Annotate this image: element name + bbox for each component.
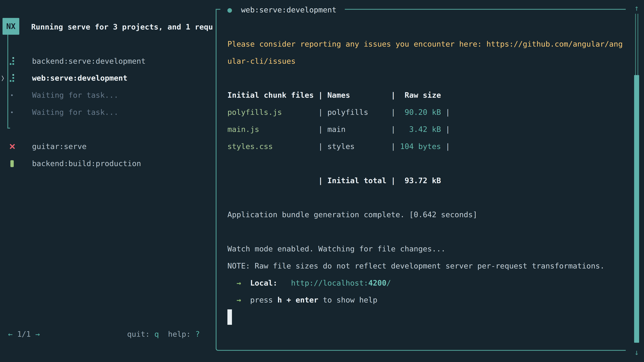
output-panel-border-top xyxy=(345,9,626,10)
task-label: backend:build:production xyxy=(32,155,141,172)
arrow-right-icon: → xyxy=(236,279,241,287)
bundle-complete-line: Application bundle generation complete. … xyxy=(228,206,477,223)
hint-text: press xyxy=(250,296,278,304)
watch-mode-line: Watch mode enabled. Watching for file ch… xyxy=(228,240,446,257)
shortcut-bar: quit: q help: ? xyxy=(127,326,200,343)
issue-report-line-1: Please consider reporting any issues you… xyxy=(228,35,623,53)
hint-keys: h + enter xyxy=(278,296,318,304)
scroll-down-icon[interactable]: ↓ xyxy=(631,346,642,359)
scroll-up-icon[interactable]: ↑ xyxy=(631,1,642,15)
arrow-right-icon: → xyxy=(236,296,241,304)
app-title: Running serve for 3 projects, and 1 requ xyxy=(31,18,213,35)
task-row-web-serve-development[interactable]: web:serve:development xyxy=(0,69,215,87)
spacer xyxy=(228,296,236,304)
chunk-table-header: Initial chunk files | Names | Raw size xyxy=(228,87,441,104)
scrollbar-thumb[interactable] xyxy=(634,75,639,343)
chunk-name: | polyfills | xyxy=(282,108,396,117)
note-line: NOTE: Raw file sizes do not reflect deve… xyxy=(228,257,604,275)
chunk-name: | styles | xyxy=(273,142,396,151)
task-row-backend-serve-development[interactable]: backend:serve:development xyxy=(0,53,215,70)
chunk-file: main.js xyxy=(228,125,259,134)
chunk-file: polyfills.js xyxy=(228,108,282,117)
pipe: | xyxy=(441,142,450,151)
local-label: Local: xyxy=(250,279,278,287)
warning-text: ular-cli/issues xyxy=(228,57,296,65)
chunk-size: 104 bytes xyxy=(396,142,441,151)
bundle-complete-text: Application bundle generation complete. … xyxy=(228,210,477,219)
help-label: help: xyxy=(168,330,196,339)
pager-position: 1/1 xyxy=(12,330,35,339)
spinner-icon xyxy=(10,74,14,82)
local-url-line: → Local: http://localhost:4200/ xyxy=(228,275,391,292)
quit-key: q xyxy=(154,330,159,339)
initial-total-text: | Initial total | 93.72 kB xyxy=(228,176,441,185)
spacer xyxy=(159,330,168,339)
spacer xyxy=(241,279,250,287)
terminal-cursor xyxy=(228,309,232,325)
hint-text: to show help xyxy=(318,296,377,304)
task-label: Waiting for task... xyxy=(32,104,118,121)
localhost-link[interactable]: / xyxy=(386,279,391,287)
chunk-file: styles.css xyxy=(228,142,273,151)
issue-report-line-2: ular-cli/issues xyxy=(228,53,296,70)
waiting-dot-icon xyxy=(11,111,13,113)
help-hint-line: → press h + enter to show help xyxy=(228,292,377,309)
output-panel-border-top-stub xyxy=(216,9,220,10)
watch-mode-text: Watch mode enabled. Watching for file ch… xyxy=(228,244,446,253)
initial-total-line: | Initial total | 93.72 kB xyxy=(228,172,441,189)
waiting-dot-icon xyxy=(11,94,13,96)
spacer xyxy=(228,279,236,287)
task-label: guitar:serve xyxy=(32,138,86,155)
localhost-link[interactable]: http://localhost: xyxy=(291,279,368,287)
chunk-table-row-styles: styles.css | styles | 104 bytes | xyxy=(228,138,450,155)
pager-next-icon[interactable]: → xyxy=(36,330,40,339)
chunk-size: 3.42 kB xyxy=(396,125,441,134)
task-label: Waiting for task... xyxy=(32,87,118,104)
help-key: ? xyxy=(195,330,200,339)
status-bullet-icon: ● xyxy=(228,5,232,14)
spacer xyxy=(278,279,291,287)
scrollbar-track[interactable] xyxy=(638,14,638,75)
pipe: | xyxy=(441,125,450,134)
nx-logo: NX xyxy=(2,18,19,35)
localhost-port[interactable]: 4200 xyxy=(368,279,386,287)
success-square-icon xyxy=(10,160,14,167)
task-label: backend:serve:development xyxy=(32,53,146,70)
warning-text: Please consider reporting any issues you… xyxy=(228,39,623,48)
pager: ← 1/1 → xyxy=(8,326,40,343)
selected-chevron-icon xyxy=(0,75,4,81)
scrollbar-track[interactable] xyxy=(635,14,636,75)
panel-title: web:serve:development xyxy=(241,5,336,14)
spacer xyxy=(232,5,241,14)
task-row-guitar-serve[interactable]: guitar:serve xyxy=(0,138,215,155)
pager-prev-icon[interactable]: ← xyxy=(8,330,12,339)
task-row-Waiting-for-task-[interactable]: Waiting for task... xyxy=(0,104,215,121)
table-header-text: Initial chunk files | Names | Raw size xyxy=(228,91,441,99)
spinner-icon xyxy=(10,57,14,65)
task-group-bracket-foot xyxy=(8,128,10,129)
note-text: NOTE: Raw file sizes do not reflect deve… xyxy=(228,261,604,270)
failed-cross-icon xyxy=(10,144,15,149)
panel-title-line: ● web:serve:development xyxy=(228,1,336,18)
task-row-backend-build-production[interactable]: backend:build:production xyxy=(0,155,215,172)
quit-label: quit: xyxy=(127,330,154,339)
task-label: web:serve:development xyxy=(32,69,128,87)
chunk-table-row-polyfills: polyfills.js | polyfills | 90.20 kB | xyxy=(228,104,450,121)
chunk-name: | main | xyxy=(259,125,396,134)
nx-tui-screen: NX Running serve for 3 projects, and 1 r… xyxy=(0,0,644,362)
chunk-size: 90.20 kB xyxy=(396,108,441,117)
spacer xyxy=(241,296,250,304)
chunk-table-row-main: main.js | main | 3.42 kB | xyxy=(228,121,450,138)
task-row-Waiting-for-task-[interactable]: Waiting for task... xyxy=(0,87,215,104)
pipe: | xyxy=(441,108,450,117)
